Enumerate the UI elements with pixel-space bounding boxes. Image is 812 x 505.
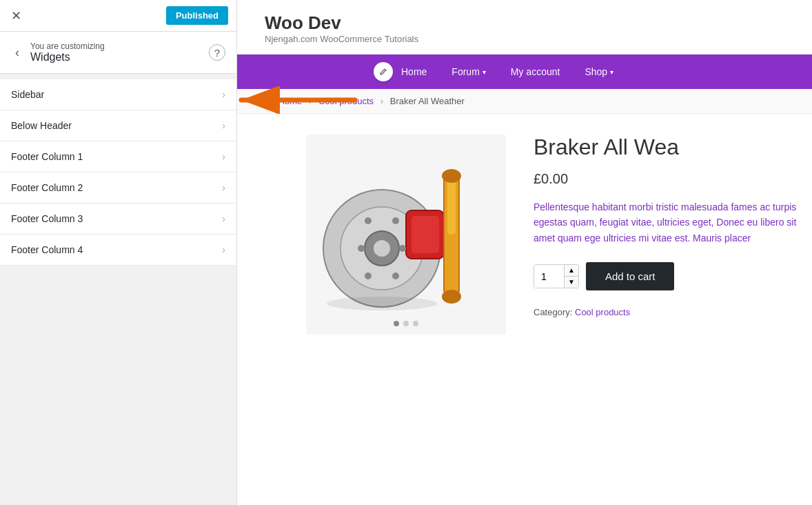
svg-point-10 [442,169,461,183]
sidebar-item-below-header[interactable]: Below Header › [0,110,236,141]
svg-rect-9 [447,179,456,235]
svg-point-11 [442,290,461,304]
nav-item-forum[interactable]: Forum ▾ [439,55,498,89]
widgets-title: Widgets [30,51,105,63]
arrow-annotation [234,86,358,114]
edit-nav-button[interactable] [374,62,393,81]
dot-3[interactable] [413,321,418,326]
svg-rect-7 [412,216,439,253]
chevron-right-icon: › [222,213,225,224]
nav-item-myaccount[interactable]: My account [498,55,573,89]
sidebar-item-sidebar[interactable]: Sidebar › [0,79,236,110]
quantity-down-button[interactable]: ▼ [565,277,578,288]
quantity-wrapper: 1 ▲ ▼ [534,264,579,288]
sidebar-item-footer-column-3[interactable]: Footer Column 3 › [0,204,236,235]
svg-point-13 [392,217,399,224]
customizer-topbar: ✕ Published [0,0,236,32]
site-tagline: Njengah.com WooCommerce Tutorials [265,34,784,44]
close-button[interactable]: ✕ [8,6,24,26]
product-info: Braker All Wea £0.00 Pellentesque habita… [534,135,798,484]
published-button[interactable]: Published [166,6,228,25]
product-description: Pellentesque habitant morbi tristic male… [534,199,798,246]
dot-1[interactable] [394,321,399,326]
svg-point-17 [392,273,399,279]
add-to-cart-button[interactable]: Add to cart [586,262,675,290]
product-name: Braker All Wea [534,135,798,160]
quantity-spin: ▲ ▼ [565,265,578,288]
preview-area: Woo Dev Njengah.com WooCommerce Tutorial… [237,0,812,505]
chevron-right-icon: › [222,120,225,131]
widget-list: Sidebar › Below Header › Footer Column 1… [0,79,236,266]
chevron-down-icon: ▾ [610,68,613,76]
breadcrumb-current: Braker All Weather [390,96,465,106]
help-button[interactable]: ? [209,44,225,61]
customizing-label: You are customizing [30,41,105,51]
svg-point-5 [374,240,390,257]
image-dots [394,321,418,326]
nav-item-shop[interactable]: Shop ▾ [572,55,626,89]
svg-point-14 [358,245,365,252]
sidebar-item-footer-column-2[interactable]: Footer Column 2 › [0,172,236,204]
product-price: £0.00 [534,171,798,187]
svg-point-18 [327,297,437,310]
product-area: Braker All Wea £0.00 Pellentesque habita… [237,114,812,505]
sidebar-item-footer-column-1[interactable]: Footer Column 1 › [0,141,236,172]
chevron-right-icon: › [222,244,225,255]
chevron-down-icon: ▾ [483,68,486,76]
back-button[interactable]: ‹ [11,44,23,61]
svg-point-16 [365,273,372,279]
customizer-header: ‹ You are customizing Widgets ? [0,32,236,74]
nav-item-home[interactable]: Home [389,55,439,89]
svg-point-15 [399,245,406,252]
svg-point-12 [365,217,372,224]
category-link[interactable]: Cool products [575,307,630,317]
site-header: Woo Dev Njengah.com WooCommerce Tutorial… [237,0,812,55]
customizer-panel: ✕ Published ‹ You are customizing Widget… [0,0,237,505]
add-to-cart-row: 1 ▲ ▼ Add to cart [534,262,798,290]
site-nav: Home Forum ▾ My account Shop ▾ [237,55,812,89]
chevron-right-icon: › [222,89,225,100]
quantity-up-button[interactable]: ▲ [565,265,578,277]
quantity-input[interactable]: 1 [534,265,565,288]
product-image [306,135,506,335]
chevron-right-icon: › [222,151,225,162]
sidebar-item-footer-column-4[interactable]: Footer Column 4 › [0,235,236,266]
product-category: Category: Cool products [534,307,798,317]
chevron-right-icon: › [222,182,225,193]
site-title: Woo Dev [265,12,784,34]
dot-2[interactable] [403,321,409,326]
